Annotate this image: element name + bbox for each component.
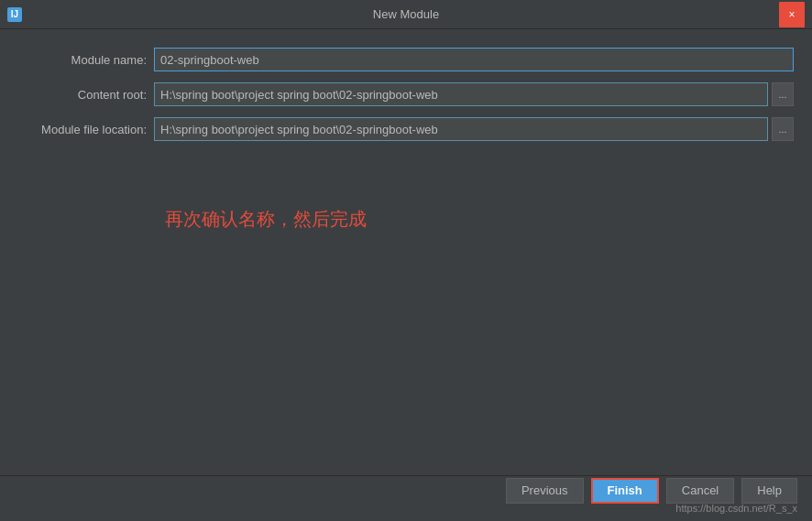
dialog-content: Module name: Content root: ... Module fi… <box>0 29 812 241</box>
close-button[interactable]: × <box>779 2 805 27</box>
app-icon: IJ <box>7 7 22 22</box>
previous-button[interactable]: Previous <box>506 478 584 504</box>
close-icon: × <box>788 8 795 21</box>
module-name-input[interactable] <box>154 48 794 71</box>
module-name-input-wrapper <box>154 48 794 71</box>
content-root-input[interactable] <box>154 82 768 106</box>
module-file-location-input-wrapper: ... <box>154 117 794 141</box>
browse-icon: ... <box>778 89 786 100</box>
url-text: https://blog.csdn.net/R_s_x <box>675 503 797 514</box>
button-group: Previous Finish Cancel Help <box>506 478 797 504</box>
title-bar-left: IJ <box>7 7 22 22</box>
finish-button[interactable]: Finish <box>591 478 659 504</box>
module-file-location-browse-button[interactable]: ... <box>772 117 794 141</box>
help-button[interactable]: Help <box>741 478 797 504</box>
bottom-bar: Previous Finish Cancel Help <box>0 475 812 521</box>
content-root-input-wrapper: ... <box>154 82 794 106</box>
content-root-browse-button[interactable]: ... <box>772 82 794 106</box>
module-name-row: Module name: <box>18 48 794 71</box>
annotation-text: 再次确认名称，然后完成 <box>18 152 794 232</box>
cancel-button[interactable]: Cancel <box>666 478 734 504</box>
dialog-title: New Module <box>373 7 439 21</box>
content-root-row: Content root: ... <box>18 82 794 106</box>
module-file-location-label: Module file location: <box>18 123 147 136</box>
title-bar: IJ New Module × <box>0 0 812 29</box>
content-root-label: Content root: <box>18 88 147 102</box>
module-name-label: Module name: <box>18 53 147 67</box>
module-file-location-input[interactable] <box>154 117 768 141</box>
module-file-location-row: Module file location: ... <box>18 117 794 141</box>
browse-icon: ... <box>778 124 786 135</box>
